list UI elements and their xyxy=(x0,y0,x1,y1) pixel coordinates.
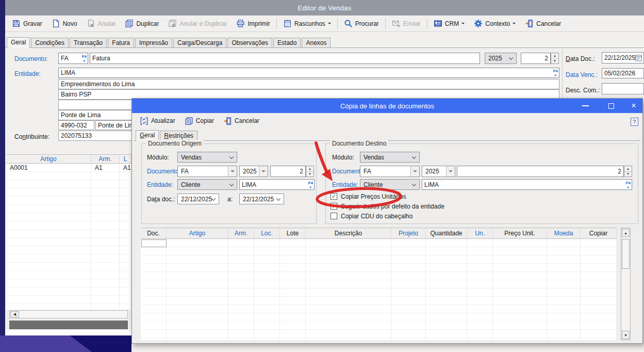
destino-year-combo[interactable]: 2025 xyxy=(422,166,455,177)
dropdown-button[interactable] xyxy=(446,166,455,177)
destino-modulo-combo[interactable]: Vendas xyxy=(360,152,420,163)
origem-entidade-field[interactable]: LIMA F4▲ xyxy=(239,179,315,190)
items-h-scrollbar[interactable]: ◀ xyxy=(9,310,128,318)
desc-com-field[interactable] xyxy=(602,83,644,94)
column-header-un[interactable]: Un. xyxy=(467,228,493,238)
postal-code-field[interactable]: 4990-032 xyxy=(58,120,94,130)
destino-documento-combo[interactable]: FA xyxy=(360,166,420,177)
scroll-left-icon[interactable]: ◀ xyxy=(10,311,19,317)
calendar-icon[interactable] xyxy=(635,54,642,62)
checkbox-box-copiar-cdu[interactable] xyxy=(331,213,337,219)
origem-date-from-combo[interactable]: 22/12/2025 xyxy=(177,194,219,204)
toolbar-button-gravar[interactable]: Gravar xyxy=(7,17,47,30)
documento-desc-field[interactable]: Fatura xyxy=(90,53,480,64)
dropdown-button[interactable] xyxy=(259,166,268,177)
column-header-descricao[interactable]: Descrição xyxy=(306,228,391,238)
spin-down-icon[interactable]: ▼ xyxy=(624,172,632,177)
tab-geral[interactable]: Geral xyxy=(7,37,30,48)
table-focus-cell[interactable] xyxy=(141,239,167,247)
close-button[interactable]: × xyxy=(626,99,641,113)
f4-lookup-icon[interactable]: F4▲ xyxy=(553,69,558,76)
toolbar-button-cancelar[interactable]: Cancelar xyxy=(520,17,566,30)
tab-estado[interactable]: Estado xyxy=(273,38,301,47)
destino-entidade-type-combo[interactable]: Cliente xyxy=(360,179,420,190)
toolbar-button-novo[interactable]: Novo xyxy=(47,17,82,30)
destino-number-field[interactable]: 2 xyxy=(457,166,624,177)
year-combo[interactable]: 2025 xyxy=(485,53,517,64)
column-header-lote[interactable]: Lote xyxy=(280,228,306,238)
address-line-1[interactable]: Empreendimentos do Lima xyxy=(58,79,559,89)
spin-up-icon[interactable]: ▲ xyxy=(306,166,313,172)
column-header-moeda[interactable]: Moeda xyxy=(547,228,581,238)
toolbar-button-rascunhos[interactable]: Rascunhos xyxy=(278,17,336,30)
documento-code-field[interactable]: FA F4▲ xyxy=(58,53,88,64)
scrollbar-thumb[interactable] xyxy=(622,239,630,269)
origem-number-spinner[interactable]: ▲▼ xyxy=(306,166,314,177)
column-header-copiar[interactable]: Copiar xyxy=(581,228,617,238)
dropdown-button[interactable] xyxy=(410,166,419,177)
spin-down-icon[interactable]: ▼ xyxy=(306,172,313,177)
f4-lookup-icon[interactable]: F4▲ xyxy=(626,181,631,188)
dropdown-button[interactable] xyxy=(228,166,237,177)
origem-modulo-combo[interactable]: Vendas xyxy=(177,152,237,163)
checkbox-copiar-cdu[interactable]: Copiar CDU do cabeçalho xyxy=(331,212,412,220)
dialog-v-scrollbar[interactable]: ▲ ▼ xyxy=(621,228,631,340)
toolbar-button-contexto[interactable]: Contexto xyxy=(469,17,520,30)
toolbar-button-crm[interactable]: CRM xyxy=(429,17,469,30)
column-header-quantidade[interactable]: Quantidade xyxy=(426,228,467,238)
toolbar-button-atualizar[interactable]: Atualizar xyxy=(135,114,180,127)
column-header-preco-unit[interactable]: Preço Unit. xyxy=(493,228,547,238)
tab-impressao[interactable]: Impressão xyxy=(135,38,172,47)
spin-up-icon[interactable]: ▲ xyxy=(551,53,558,59)
entidade-code-field[interactable]: LIMA F4▲ xyxy=(58,68,559,78)
contribuinte-field[interactable]: 202075133 xyxy=(58,131,141,141)
scroll-down-icon[interactable]: ▼ xyxy=(622,331,630,339)
column-header-artigo[interactable]: Artigo xyxy=(167,228,228,238)
toolbar-button-cancelar[interactable]: Cancelar xyxy=(219,114,264,127)
f4-lookup-icon[interactable]: F4▲ xyxy=(82,55,87,62)
items-table-body[interactable] xyxy=(6,164,131,310)
items-table-row[interactable]: A0001A1A1 xyxy=(6,164,131,172)
spin-down-icon[interactable]: ▼ xyxy=(551,59,558,64)
f4-lookup-icon[interactable]: F4▲ xyxy=(308,181,313,188)
column-header-doc[interactable]: Doc. xyxy=(141,228,167,238)
items-column-header-arm[interactable]: Arm. xyxy=(91,155,120,163)
toolbar-button-procurar[interactable]: Procurar xyxy=(339,17,384,30)
data-venc-field[interactable]: 05/02/2026 xyxy=(602,68,644,78)
origem-entidade-type-combo[interactable]: Cliente xyxy=(177,179,237,190)
checkbox-box-copiar-precos-unitarios[interactable]: ✓ xyxy=(331,193,337,200)
tab-anexos[interactable]: Anexos xyxy=(302,38,331,47)
doc-number-field[interactable]: 2 xyxy=(521,53,551,64)
tab-observacoes[interactable]: Observações xyxy=(227,38,272,47)
dialog-table-body[interactable] xyxy=(141,239,617,340)
scroll-up-icon[interactable]: ▲ xyxy=(622,229,630,237)
toolbar-button-copiar[interactable]: Copiar xyxy=(180,114,219,127)
items-column-header-artigo[interactable]: Artigo xyxy=(6,155,91,163)
column-header-projeto[interactable]: Projeto xyxy=(391,228,426,238)
help-button[interactable]: ? xyxy=(631,118,638,126)
minimize-button[interactable] xyxy=(577,99,593,113)
dialog-tab-geral[interactable]: Geral xyxy=(136,130,159,141)
origem-number-field[interactable]: 2 xyxy=(270,166,306,177)
tab-transacao[interactable]: Transação xyxy=(70,38,107,47)
dialog-tab-restricoes[interactable]: Restrições xyxy=(160,131,197,140)
data-doc-field[interactable]: 22/12/2025 xyxy=(602,52,644,63)
checkbox-box-sugerir-dados[interactable]: ✓ xyxy=(331,203,337,210)
column-header-loc[interactable]: Loc. xyxy=(254,228,280,238)
checkbox-sugerir-dados[interactable]: ✓Sugerir dados por defeito da entidade xyxy=(331,202,444,210)
origem-documento-combo[interactable]: FA xyxy=(177,166,237,177)
tab-fatura[interactable]: Fatura xyxy=(108,38,134,47)
spin-up-icon[interactable]: ▲ xyxy=(624,166,632,172)
origem-year-combo[interactable]: 2025 xyxy=(239,166,268,177)
origem-date-to-combo[interactable]: 22/12/2025 xyxy=(239,194,284,204)
toolbar-button-imprimir[interactable]: Imprimir xyxy=(232,17,274,30)
maximize-button[interactable] xyxy=(603,99,619,113)
doc-number-spinner[interactable]: ▲ ▼ xyxy=(551,53,559,64)
checkbox-copiar-precos-unitarios[interactable]: ✓Copiar Preços Unitários xyxy=(331,193,406,200)
column-header-arm[interactable]: Arm. xyxy=(228,228,254,238)
destino-number-spinner[interactable]: ▲▼ xyxy=(624,166,632,177)
toolbar-button-duplicar[interactable]: Duplicar xyxy=(120,17,163,30)
tab-carga-descarga[interactable]: Carga/Descarga xyxy=(173,38,226,47)
destino-entidade-field[interactable]: LIMA F4▲ xyxy=(422,179,632,190)
tab-condicoes[interactable]: Condições xyxy=(31,38,69,47)
